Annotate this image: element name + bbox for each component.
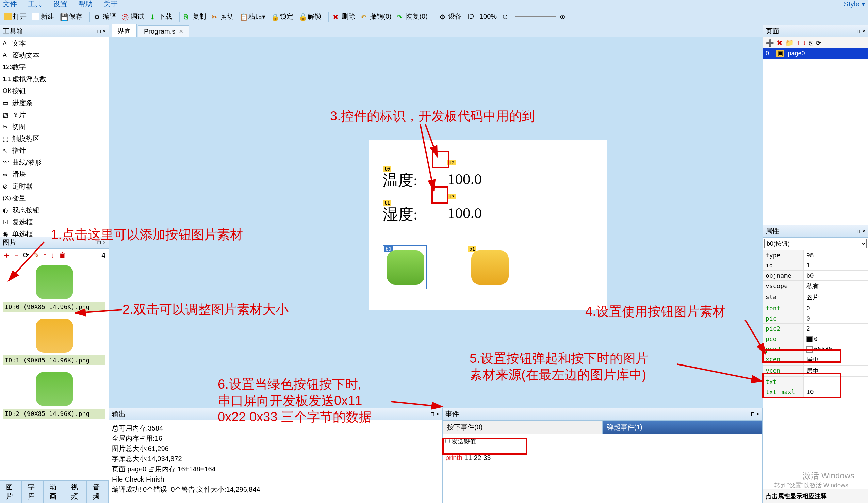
- tb-copy[interactable]: ⎘复制: [182, 11, 208, 22]
- pic-edit-icon[interactable]: ✎: [33, 251, 39, 260]
- pic-add-icon[interactable]: ＋: [3, 250, 10, 260]
- pic-delete-icon[interactable]: 🗑: [59, 251, 66, 260]
- tab-program[interactable]: Program.s ×: [138, 25, 189, 38]
- pic-remove-icon[interactable]: −: [14, 251, 19, 260]
- toolbox-item[interactable]: ⬚触摸热区: [0, 133, 108, 145]
- label-temp[interactable]: 温度:: [383, 170, 418, 191]
- value-humid[interactable]: 100.0: [447, 204, 482, 222]
- toolbox-item[interactable]: A文本: [0, 38, 108, 49]
- toolbox-header: 工具箱⊓ ×: [0, 25, 108, 38]
- tb-id[interactable]: ID: [466, 12, 475, 21]
- event-tab-down[interactable]: 按下事件(0): [443, 420, 602, 434]
- page-item-0[interactable]: 0 ▣ page0: [763, 48, 868, 59]
- menu-about[interactable]: 关于: [103, 0, 118, 9]
- prop-row-id[interactable]: id1: [763, 260, 868, 270]
- menu-file[interactable]: 文件: [3, 0, 17, 9]
- toolbox-item[interactable]: 123数字: [0, 61, 108, 73]
- tb-new[interactable]: 新建: [31, 11, 56, 22]
- page-up-icon[interactable]: ↑: [797, 39, 800, 47]
- picture-item[interactable]: ID:2 (90X85 14.96K).png: [0, 369, 108, 422]
- tb-lock[interactable]: 🔒锁定: [269, 11, 294, 22]
- tb-undo[interactable]: ↶撤销(0): [359, 11, 393, 22]
- send-key-checkbox[interactable]: [445, 439, 450, 443]
- tb-debug[interactable]: ⓓ调试: [121, 11, 146, 22]
- tab-design[interactable]: 界面: [112, 24, 137, 38]
- event-tab-up[interactable]: 弹起事件(1): [602, 420, 763, 434]
- pic-up-icon[interactable]: ↑: [43, 251, 47, 260]
- prop-row-txt_maxl[interactable]: txt_maxl10: [763, 387, 868, 397]
- tb-compile[interactable]: ⚙编译: [93, 11, 118, 22]
- label-humid[interactable]: 湿度:: [383, 204, 418, 225]
- props-selector[interactable]: b0(按钮): [763, 237, 868, 250]
- design-surface[interactable]: t0 温度: t2 100.0 t1 湿度: t3 100.0 b0 b1: [369, 140, 607, 310]
- picture-item[interactable]: ID:0 (90X85 14.96K).png: [0, 262, 108, 315]
- page-add-icon[interactable]: ➕: [766, 39, 774, 47]
- picture-item[interactable]: ID:1 (90X85 14.96K).png: [0, 315, 108, 369]
- style-dropdown[interactable]: Style ▾: [844, 0, 865, 8]
- menu-help[interactable]: 帮助: [78, 0, 93, 9]
- pic-down-icon[interactable]: ↓: [51, 251, 55, 260]
- page-down-icon[interactable]: ↓: [803, 39, 806, 47]
- tb-zoom[interactable]: 100%: [478, 12, 498, 21]
- prop-row-objname[interactable]: objnameb0: [763, 270, 868, 281]
- bottom-tab[interactable]: 图片: [0, 481, 22, 503]
- page-copy-icon[interactable]: ⎘: [809, 39, 813, 47]
- prop-row-pco[interactable]: pco0: [763, 334, 868, 344]
- pin-icon[interactable]: ⊓ ×: [97, 239, 106, 246]
- tb-open[interactable]: 打开: [3, 11, 28, 22]
- button-b0[interactable]: [387, 250, 424, 285]
- pin-icon[interactable]: ⊓ ×: [97, 28, 106, 34]
- tb-unlock[interactable]: 🔓解锁: [297, 11, 322, 22]
- page-import-icon[interactable]: 📁: [785, 39, 794, 47]
- page-del-icon[interactable]: ✖: [777, 39, 783, 47]
- bottom-tab[interactable]: 视频: [65, 481, 87, 503]
- prop-row-ycen[interactable]: ycen居中: [763, 366, 868, 377]
- toolbox-item[interactable]: OK按钮: [0, 85, 108, 97]
- toolbox-item[interactable]: ✂切图: [0, 121, 108, 133]
- code-keyword: printh: [445, 454, 462, 461]
- tb-download[interactable]: ⬇下载: [148, 11, 174, 22]
- tb-device[interactable]: ⚙设备: [438, 11, 463, 22]
- event-code-area[interactable]: 发送键值 printh 11 22 33: [443, 434, 762, 503]
- value-temp[interactable]: 100.0: [447, 170, 482, 188]
- prop-row-pic2[interactable]: pic22: [763, 324, 868, 334]
- menu-setting[interactable]: 设置: [53, 0, 68, 9]
- tb-save[interactable]: 💾保存: [59, 11, 84, 22]
- toolbox-item[interactable]: ⇔滑块: [0, 168, 108, 181]
- tb-cut[interactable]: ✂剪切: [210, 11, 236, 22]
- prop-row-pic[interactable]: pic0: [763, 314, 868, 324]
- toolbox-item[interactable]: ◐双态按钮: [0, 204, 108, 216]
- prop-row-pco2[interactable]: pco265535: [763, 344, 868, 354]
- bottom-tab[interactable]: 动画: [43, 481, 65, 503]
- prop-row-vscope[interactable]: vscope私有: [763, 281, 868, 292]
- tb-paste[interactable]: 📋粘贴▾: [238, 11, 267, 22]
- toolbox-item[interactable]: 〰曲线/波形: [0, 156, 108, 168]
- toolbox-item[interactable]: A滚动文本: [0, 49, 108, 61]
- tb-zoom-in[interactable]: ⊕: [558, 12, 567, 21]
- pic-refresh-icon[interactable]: ⟳: [23, 251, 29, 260]
- toolbox-item[interactable]: ☑复选框: [0, 216, 108, 228]
- canvas[interactable]: t0 温度: t2 100.0 t1 湿度: t3 100.0 b0 b1: [109, 38, 763, 408]
- prop-row-sta[interactable]: sta图片: [763, 292, 868, 303]
- toolbox-item[interactable]: ◉单选框: [0, 228, 108, 237]
- tb-delete[interactable]: ✖删除: [331, 11, 356, 22]
- toolbox-item[interactable]: ▭进度条: [0, 97, 108, 109]
- object-select[interactable]: b0(按钮): [764, 239, 867, 248]
- tb-zoom-out[interactable]: ⊖: [501, 12, 509, 21]
- menu-tool[interactable]: 工具: [28, 0, 42, 9]
- toolbox-item[interactable]: ▧图片: [0, 109, 108, 121]
- toolbox-item[interactable]: (X)变量: [0, 192, 108, 204]
- toolbox-item[interactable]: ⊘定时器: [0, 181, 108, 192]
- toolbox-item[interactable]: 1.1虚拟浮点数: [0, 73, 108, 85]
- bottom-tab[interactable]: 字库: [22, 481, 43, 503]
- toolbox-item[interactable]: ↖指针: [0, 145, 108, 156]
- prop-row-xcen[interactable]: xcen居中: [763, 354, 868, 366]
- bottom-tab[interactable]: 音频: [87, 481, 108, 503]
- page-more-icon[interactable]: ⟳: [816, 39, 822, 47]
- pic-count: 4: [101, 251, 106, 260]
- tb-redo[interactable]: ↷恢复(0): [395, 11, 429, 22]
- prop-row-font[interactable]: font0: [763, 303, 868, 314]
- button-b1[interactable]: [471, 250, 509, 285]
- prop-row-type[interactable]: type98: [763, 250, 868, 260]
- prop-row-txt[interactable]: txt: [763, 377, 868, 387]
